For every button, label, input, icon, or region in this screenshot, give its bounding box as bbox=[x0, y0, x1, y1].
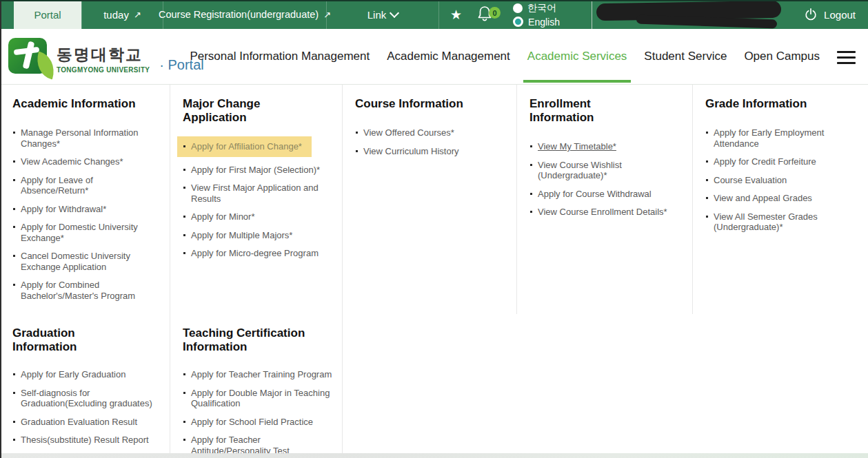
menu-item[interactable]: Graduation Evaluation Result bbox=[12, 417, 159, 428]
link-dropdown[interactable]: Link bbox=[326, 0, 439, 29]
language-korean-label: 한국어 bbox=[527, 2, 556, 14]
menu-item[interactable]: Self-diagnosis for Graduation(Excluding … bbox=[12, 388, 159, 409]
menu-item-label: Graduation Evaluation Result bbox=[21, 417, 137, 427]
radio-unselected-icon bbox=[513, 3, 523, 13]
menu-item[interactable]: Apply for School Field Practice bbox=[183, 417, 334, 428]
menu-item[interactable]: Apply for Multiple Majors* bbox=[183, 230, 329, 241]
nav-student-service[interactable]: Student Service bbox=[644, 50, 727, 63]
favorites-star-icon[interactable]: ★ bbox=[450, 8, 462, 21]
menu-item-label: Self-diagnosis for Graduation(Excluding … bbox=[21, 388, 152, 409]
menu-item[interactable]: Apply for Micro-degree Program bbox=[183, 248, 329, 259]
mega-menu-row-2: Graduation InformationApply for Early Gr… bbox=[0, 314, 868, 458]
menu-item-list: View Offered Courses*View Curriculum His… bbox=[355, 127, 508, 156]
menu-item[interactable]: View and Appeal Grades bbox=[705, 193, 851, 204]
university-logo[interactable]: 동명대학교 TONGMYONG UNIVERSITY · Portal bbox=[8, 38, 204, 74]
menu-item[interactable]: View Course Wishlist (Undergraduate)* bbox=[529, 160, 676, 181]
menu-item[interactable]: Thesis(substitute) Result Report bbox=[12, 435, 159, 446]
menu-item[interactable]: View Offered Courses* bbox=[355, 127, 501, 138]
menu-item[interactable]: Apply for First Major (Selection)* bbox=[183, 165, 329, 176]
topbar-divider bbox=[592, 0, 592, 29]
language-english-label: English bbox=[528, 17, 560, 28]
menu-item[interactable]: View All Semester Grades (Undergraduate)… bbox=[705, 211, 851, 233]
menu-item[interactable]: View Academic Changes* bbox=[12, 156, 159, 167]
radio-selected-icon bbox=[513, 17, 523, 27]
bottom-strip bbox=[0, 453, 868, 458]
menu-section-title: Graduation Information bbox=[12, 326, 140, 354]
menu-item[interactable]: View Curriculum History bbox=[355, 146, 501, 157]
menu-section: Enrollment InformationView My Timetable*… bbox=[517, 85, 693, 314]
menu-item[interactable]: View First Major Application and Results bbox=[183, 183, 329, 204]
language-option-english[interactable]: English bbox=[513, 17, 560, 28]
main-nav: Personal Information Management Academic… bbox=[190, 29, 820, 84]
menu-item[interactable]: Apply for Early Graduation bbox=[12, 369, 159, 380]
menu-section: Grade InformationApply for Early Employm… bbox=[693, 85, 868, 314]
menu-item[interactable]: Apply for Domestic University Exchange* bbox=[12, 222, 159, 243]
menu-item-list: Manage Personal Information Changes*View… bbox=[12, 127, 161, 301]
menu-item-list: View My Timetable*View Course Wishlist (… bbox=[529, 141, 684, 218]
menu-section-title: Grade Information bbox=[705, 97, 833, 111]
menu-section: Graduation InformationApply for Early Gr… bbox=[0, 314, 170, 458]
menu-section-title: Enrollment Information bbox=[529, 97, 657, 125]
menu-item[interactable]: Apply for Teacher Training Program bbox=[183, 369, 334, 380]
menu-item-label: Apply for First Major (Selection)* bbox=[191, 165, 320, 175]
external-link-icon: ↗ bbox=[134, 10, 141, 19]
menu-item[interactable]: Apply for Course Withdrawal bbox=[529, 189, 676, 200]
menu-item-highlighted[interactable]: Apply for Affiliation Change* bbox=[177, 136, 312, 157]
menu-item-list: Apply for Early GraduationSelf-diagnosis… bbox=[12, 369, 161, 458]
menu-item[interactable]: Cancel Domestic University Exchange Appl… bbox=[12, 251, 159, 272]
menu-item-label: View Course Enrollment Details* bbox=[538, 207, 667, 217]
nav-academic-services[interactable]: Academic Services bbox=[527, 50, 627, 63]
tab-tuday[interactable]: tuday ↗ bbox=[81, 0, 163, 29]
logout-button[interactable]: Logout bbox=[804, 0, 856, 29]
menu-item-label: Course Evaluation bbox=[714, 175, 787, 185]
menu-item[interactable]: Apply for Withdrawal* bbox=[12, 204, 159, 215]
menu-item[interactable]: Apply for Credit Forfeiture bbox=[705, 156, 851, 167]
hamburger-menu-icon[interactable] bbox=[837, 51, 856, 64]
menu-item-label: Apply for Minor* bbox=[191, 211, 254, 222]
menu-item-label: View Academic Changes* bbox=[21, 156, 123, 167]
menu-item-label: Apply for Course Withdrawal bbox=[538, 189, 652, 199]
tab-course-registration[interactable]: Course Registration(undergraduate) ↗ bbox=[163, 0, 326, 29]
university-name-english: TONGMYONG UNIVERSITY bbox=[57, 66, 150, 74]
menu-item[interactable]: Apply for Combined Bachelor's/Master's P… bbox=[12, 280, 159, 301]
redacted-user-info bbox=[596, 2, 784, 27]
menu-item-list: Apply for Teacher Training ProgramApply … bbox=[183, 369, 334, 456]
menu-item-label: Apply for Micro-degree Program bbox=[191, 248, 319, 258]
menu-section-title: Academic Information bbox=[12, 97, 140, 111]
mega-menu-row-1: Academic InformationManage Personal Info… bbox=[0, 85, 868, 314]
nav-academic-management[interactable]: Academic Management bbox=[387, 50, 510, 63]
nav-personal-information-management[interactable]: Personal Information Management bbox=[190, 50, 370, 63]
menu-item[interactable]: Apply for Minor* bbox=[183, 211, 329, 222]
menu-item-label: Apply for School Field Practice bbox=[191, 417, 313, 427]
menu-item-label: Apply for Teacher Training Program bbox=[191, 369, 332, 379]
window-left-edge bbox=[0, 0, 1, 458]
leaf-icon bbox=[32, 52, 59, 80]
menu-item-label: Apply for Withdrawal* bbox=[21, 204, 106, 214]
menu-item[interactable]: Manage Personal Information Changes* bbox=[12, 127, 159, 149]
menu-item-list: Apply for Early Employment AttendanceApp… bbox=[705, 127, 860, 233]
menu-item-label: View Curriculum History bbox=[363, 146, 458, 156]
menu-item[interactable]: Course Evaluation bbox=[705, 175, 851, 186]
menu-item-label: View First Major Application and Results bbox=[191, 183, 319, 204]
language-switcher: 한국어 English bbox=[513, 0, 560, 29]
logo-icon bbox=[8, 38, 47, 74]
link-dropdown-label: Link bbox=[367, 9, 387, 21]
language-option-korean[interactable]: 한국어 bbox=[513, 2, 560, 14]
menu-item[interactable]: Apply for Double Major in Teaching Quali… bbox=[183, 388, 334, 409]
menu-item[interactable]: View Course Enrollment Details* bbox=[529, 207, 676, 218]
notifications-bell-icon[interactable]: 0 bbox=[477, 6, 494, 23]
menu-item-label: Cancel Domestic University Exchange Appl… bbox=[21, 251, 130, 272]
menu-item[interactable]: Apply for Leave of Absence/Return* bbox=[12, 175, 159, 196]
window-top-edge bbox=[0, 0, 868, 1]
nav-open-campus[interactable]: Open Campus bbox=[744, 50, 820, 63]
menu-item-label: Apply for Affiliation Change* bbox=[191, 141, 302, 152]
tab-portal[interactable]: Portal bbox=[14, 0, 81, 29]
menu-item[interactable]: Apply for Early Employment Attendance bbox=[705, 127, 851, 149]
menu-section: Academic InformationManage Personal Info… bbox=[0, 85, 170, 314]
tab-tuday-label: tuday bbox=[103, 9, 129, 21]
menu-item-label: Apply for Credit Forfeiture bbox=[714, 156, 816, 167]
tab-course-registration-label: Course Registration(undergraduate) bbox=[159, 9, 319, 20]
menu-item[interactable]: View My Timetable* bbox=[529, 141, 676, 152]
menu-item-label: Apply for Domestic University Exchange* bbox=[21, 222, 138, 243]
topbar: Portal tuday ↗ Course Registration(under… bbox=[0, 0, 868, 29]
